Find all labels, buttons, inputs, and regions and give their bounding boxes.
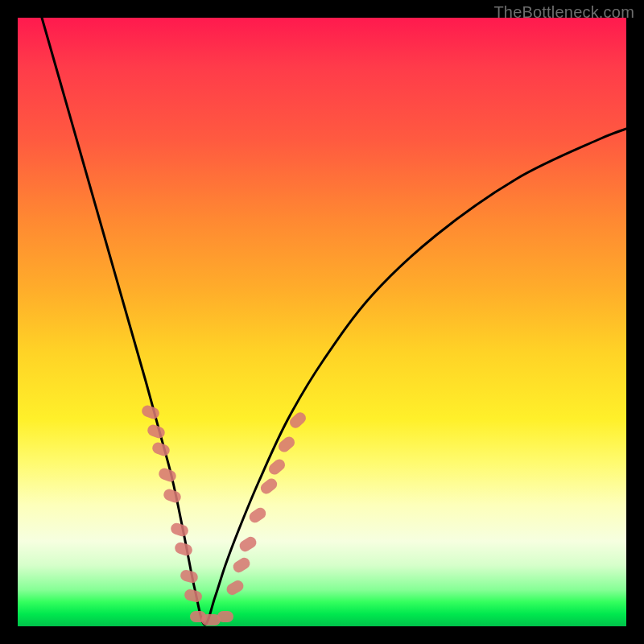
data-marker xyxy=(157,467,177,484)
data-marker xyxy=(231,555,252,575)
watermark-text: TheBottleneck.com xyxy=(493,3,634,22)
data-marker xyxy=(146,423,166,440)
data-marker xyxy=(173,541,193,557)
marker-group xyxy=(140,404,308,625)
data-marker xyxy=(169,522,189,538)
data-marker xyxy=(179,568,199,584)
data-marker xyxy=(247,506,268,525)
plot-area xyxy=(18,18,626,626)
data-marker xyxy=(151,441,171,458)
chart-frame: TheBottleneck.com xyxy=(0,0,644,644)
data-marker xyxy=(217,611,233,622)
bottleneck-curve xyxy=(42,18,626,625)
data-marker xyxy=(140,404,160,421)
data-marker xyxy=(162,488,182,505)
data-marker xyxy=(237,535,258,554)
data-marker xyxy=(225,578,246,597)
data-marker xyxy=(184,588,204,604)
chart-overlay xyxy=(18,18,626,626)
data-marker xyxy=(258,477,279,497)
